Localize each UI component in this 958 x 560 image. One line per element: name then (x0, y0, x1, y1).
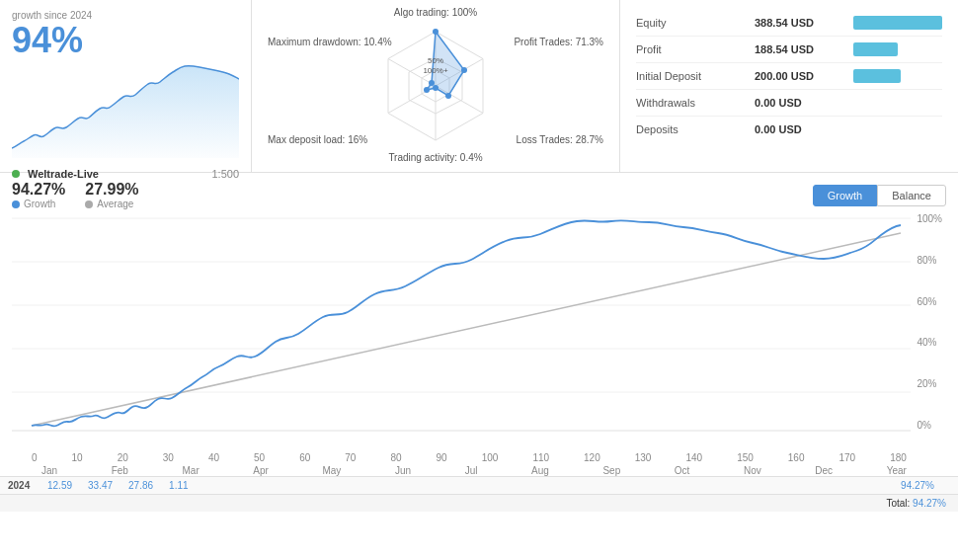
x-label: 130 (635, 452, 652, 463)
radar-label-bottom: Trading activity: 0.4% (388, 152, 482, 163)
y-label: 60% (917, 296, 942, 307)
bottom-data-empty (522, 480, 552, 491)
x-label: 90 (437, 452, 447, 463)
x-label: 180 (890, 452, 907, 463)
bottom-data-empty (204, 480, 234, 491)
top-middle-panel: 100%+ 50% Algo trading: 100% Profit Trad… (252, 0, 620, 172)
stats-bar-wrap (853, 96, 942, 110)
month-label: Jun (395, 465, 411, 476)
stats-value: 200.00 USD (755, 70, 853, 82)
x-label: 30 (163, 452, 174, 463)
total-value: 94.27% (913, 498, 946, 509)
stats-bar (853, 16, 942, 30)
x-label: 100 (482, 452, 499, 463)
account-info: Weltrade-Live 1:500 (12, 168, 239, 180)
svg-text:50%: 50% (428, 56, 443, 65)
x-axis-labels: 0102030405060708090100110120130140150160… (12, 450, 946, 463)
x-label: 80 (390, 452, 401, 463)
stats-label: Profit (636, 43, 755, 55)
svg-point-15 (429, 80, 435, 86)
bottom-data-value: 12.59 (47, 480, 72, 491)
month-label: Jan (41, 465, 57, 476)
top-left-panel: growth since 2024 94% Weltrade-Live 1:50… (0, 0, 252, 172)
stats-bar-wrap (853, 42, 942, 56)
month-label: Feb (112, 465, 128, 476)
month-label: Aug (531, 465, 549, 476)
radar-label-bottomright: Loss Trades: 28.7% (517, 134, 603, 145)
x-label: 110 (532, 452, 549, 463)
radar-label-bottomleft: Max deposit load: 16% (268, 134, 367, 145)
mini-chart (12, 64, 239, 158)
bottom-data-empty (250, 480, 279, 491)
radar-label-topleft: Maximum drawdown: 10.4% (268, 37, 392, 47)
month-label: Oct (675, 465, 690, 476)
bottom-total-row: Total: 94.27% (0, 494, 958, 512)
main-chart: 100%80%60%40%20%0% (12, 213, 946, 450)
svg-point-13 (433, 85, 439, 91)
radar-label-topright: Profit Trades: 71.3% (514, 37, 603, 47)
x-label: 10 (72, 452, 83, 463)
top-right-panel: Equity 388.54 USD Profit 188.54 USD Init… (620, 0, 958, 172)
stats-bar-wrap (853, 122, 942, 136)
month-label: Dec (815, 465, 833, 476)
bottom-data-value: 27.86 (128, 480, 153, 491)
y-label: 0% (917, 420, 942, 431)
x-label: 120 (584, 452, 600, 463)
x-label: 40 (208, 452, 219, 463)
y-label: 80% (917, 255, 942, 266)
bottom-data-value: 94.27% (901, 480, 934, 491)
stats-row: Deposits 0.00 USD (636, 117, 942, 142)
stats-row: Equity 388.54 USD (636, 10, 942, 37)
stats-value: 0.00 USD (755, 97, 853, 109)
average-badge: 27.99% Average (85, 181, 138, 209)
x-label: 160 (788, 452, 805, 463)
stats-label: Initial Deposit (636, 70, 755, 82)
stats-bar (853, 69, 901, 83)
stats-label: Deposits (636, 123, 755, 135)
x-label: 60 (299, 452, 310, 463)
balance-toggle-button[interactable]: Balance (877, 185, 946, 206)
growth-percent: 94% (12, 21, 239, 60)
bottom-data-empty (386, 480, 416, 491)
x-label: 150 (737, 452, 754, 463)
stats-bar-wrap (853, 69, 942, 83)
growth-value: 94.27% (12, 181, 65, 199)
x-label: 20 (118, 452, 128, 463)
view-toggle: Growth Balance (813, 185, 946, 206)
average-label: Average (97, 199, 133, 209)
average-dot (85, 200, 93, 208)
stats-row: Initial Deposit 200.00 USD (636, 63, 942, 90)
radar-chart: 100%+ 50% Algo trading: 100% Profit Trad… (268, 7, 603, 165)
bottom-data-empty (432, 480, 461, 491)
stat-badges: 94.27% Growth 27.99% Average (12, 181, 139, 209)
average-value: 27.99% (85, 181, 138, 199)
y-axis-labels: 100%80%60%40%20%0% (917, 213, 942, 431)
bottom-data-value: 33.47 (88, 480, 113, 491)
stats-value: 188.54 USD (755, 43, 853, 55)
chart-section: 94.27% Growth 27.99% Average Growth Bala… (0, 173, 958, 476)
growth-badge: 94.27% Growth (12, 181, 65, 209)
stats-bar-wrap (853, 16, 942, 30)
svg-text:100%+: 100%+ (423, 66, 447, 75)
month-labels: JanFebMarAprMayJunJulAugSepOctNovDecYear (12, 463, 946, 476)
chart-header: 94.27% Growth 27.99% Average Growth Bala… (12, 181, 946, 209)
stats-value: 388.54 USD (755, 17, 853, 29)
bottom-data-row: 202412.5933.4727.861.1194.27% (0, 476, 958, 494)
total-label: Total: (886, 498, 910, 509)
y-label: 40% (917, 337, 942, 348)
svg-point-11 (461, 67, 467, 73)
svg-point-14 (424, 87, 430, 93)
svg-point-10 (433, 29, 439, 35)
bottom-data-empty (295, 480, 325, 491)
month-label: Sep (602, 465, 620, 476)
radar-label-top: Algo trading: 100% (394, 7, 478, 18)
month-label: May (322, 465, 341, 476)
online-indicator (12, 170, 20, 178)
y-label: 20% (917, 378, 942, 389)
svg-point-12 (445, 93, 451, 99)
bottom-data-value: 1.11 (169, 480, 188, 491)
x-label: 170 (839, 452, 856, 463)
x-label: 70 (345, 452, 356, 463)
growth-toggle-button[interactable]: Growth (813, 185, 877, 206)
x-label: 0 (32, 452, 38, 463)
